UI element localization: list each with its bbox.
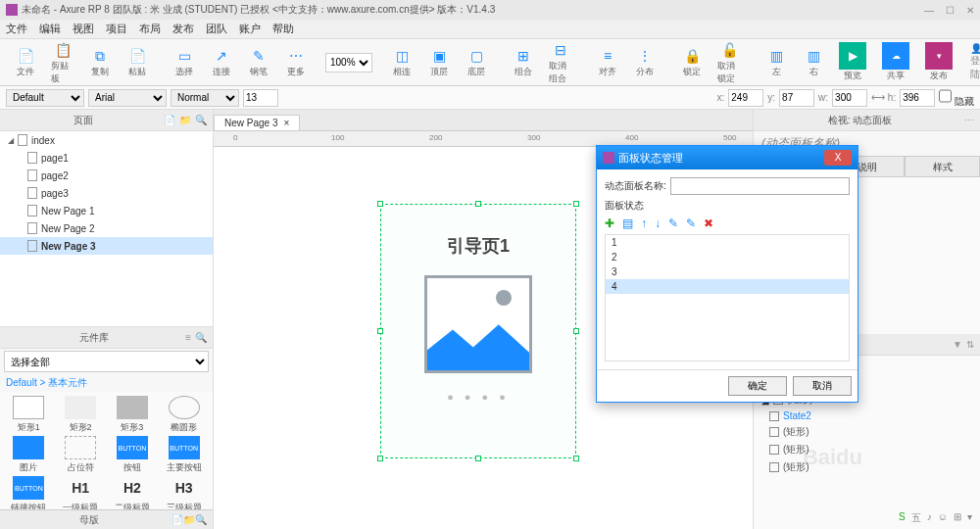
widget-椭圆形[interactable]: 椭圆形 <box>159 396 209 434</box>
tool-left[interactable]: ▥左 <box>759 44 794 80</box>
inspector-menu-icon[interactable]: ⋯ <box>964 115 974 125</box>
tool-lock[interactable]: 🔒锁定 <box>674 44 710 80</box>
maximize-icon[interactable]: ☐ <box>946 5 955 16</box>
delete-state-icon[interactable]: ✖ <box>704 216 713 230</box>
lib-breadcrumb[interactable]: Default > 基本元件 <box>0 374 213 392</box>
share-button[interactable]: ☁共享 <box>876 40 915 84</box>
x-input[interactable] <box>728 89 763 107</box>
add-state-icon[interactable]: ✚ <box>605 216 614 230</box>
tool-connect[interactable]: ↗连接 <box>204 44 239 80</box>
menu-file[interactable]: 文件 <box>6 22 27 36</box>
widget-链接按钮[interactable]: BUTTON链接按钮 <box>4 476 54 509</box>
canvas-tab[interactable]: New Page 3× <box>214 115 300 130</box>
edit2-state-icon[interactable]: ✎ <box>686 216 696 230</box>
login-link[interactable]: 👤 登陆 <box>970 43 980 81</box>
lib-menu-icon[interactable]: ≡ <box>185 332 191 343</box>
minimize-icon[interactable]: — <box>924 5 934 16</box>
tool-group[interactable]: ⊞组合 <box>506 44 541 80</box>
add-page-icon[interactable]: 📄 <box>164 115 175 125</box>
dynamic-panel-selection[interactable]: 引导页1 ● ● ● ● <box>380 204 576 458</box>
tree-item[interactable]: page1 <box>0 149 213 167</box>
filter-icon[interactable]: ▼ <box>953 339 962 350</box>
resize-handle[interactable] <box>377 456 383 461</box>
resize-handle[interactable] <box>573 201 579 207</box>
w-input[interactable] <box>832 89 867 107</box>
tab-style[interactable]: 样式 <box>905 156 980 177</box>
menu-project[interactable]: 项目 <box>106 22 127 36</box>
outline-row[interactable]: (矩形) <box>754 458 980 476</box>
tool-top[interactable]: ▣顶层 <box>421 44 457 80</box>
search-icon[interactable]: 🔍 <box>195 115 207 125</box>
widget-二级标题[interactable]: H2二级标题 <box>108 476 158 509</box>
widget-矩形2[interactable]: 矩形2 <box>56 396 106 434</box>
publish-button[interactable]: ▾发布 <box>919 40 958 84</box>
menu-account[interactable]: 账户 <box>239 22 261 36</box>
movedown-state-icon[interactable]: ↓ <box>655 216 661 230</box>
tool-pen[interactable]: ✎钢笔 <box>241 44 276 80</box>
add-folder-icon[interactable]: 📁 <box>179 115 191 125</box>
tool-distribute[interactable]: ⋮分布 <box>627 44 662 80</box>
menu-team[interactable]: 团队 <box>206 22 227 36</box>
zoom-select[interactable]: 100% <box>325 53 372 72</box>
state-row[interactable]: 1 <box>606 235 849 250</box>
tool-paste[interactable]: 📄粘贴 <box>120 44 155 80</box>
master-search-icon[interactable]: 🔍 <box>195 514 207 525</box>
fontsize-input[interactable] <box>243 89 278 107</box>
tool-bottom[interactable]: ▢底层 <box>459 44 494 80</box>
resize-handle[interactable] <box>475 201 481 207</box>
resize-handle[interactable] <box>377 328 383 334</box>
menu-edit[interactable]: 编辑 <box>39 22 61 36</box>
tool-align[interactable]: ≡对齐 <box>590 44 625 80</box>
panel-name-input[interactable] <box>670 177 850 195</box>
resize-handle[interactable] <box>377 201 383 207</box>
widget-矩形3[interactable]: 矩形3 <box>108 396 158 434</box>
outline-row[interactable]: (矩形) <box>754 441 980 458</box>
master-add-icon[interactable]: 📄 <box>172 514 183 525</box>
widget-矩形1[interactable]: 矩形1 <box>4 396 54 434</box>
outline-row[interactable]: State2 <box>754 409 980 423</box>
state-row[interactable]: 2 <box>606 250 849 264</box>
close-icon[interactable]: ✕ <box>966 5 974 16</box>
dialog-close-button[interactable]: X <box>824 150 852 166</box>
tool-select[interactable]: ▭选择 <box>167 44 202 80</box>
sort-icon[interactable]: ⇅ <box>966 339 974 350</box>
resize-handle[interactable] <box>573 328 579 334</box>
preview-button[interactable]: ▶预览 <box>833 40 872 84</box>
tool-clipboard[interactable]: 📋剪贴板 <box>45 38 80 87</box>
tree-item-selected[interactable]: New Page 3 <box>0 237 213 255</box>
moveup-state-icon[interactable]: ↑ <box>641 216 647 230</box>
style-select[interactable]: Default <box>6 89 84 107</box>
tree-item[interactable]: New Page 2 <box>0 219 213 237</box>
resize-handle[interactable] <box>475 456 481 461</box>
lib-search-icon[interactable]: 🔍 <box>195 332 207 343</box>
widget-占位符[interactable]: 占位符 <box>56 436 106 474</box>
hide-checkbox[interactable]: 隐藏 <box>939 87 974 109</box>
widget-一级标题[interactable]: H1一级标题 <box>56 476 106 509</box>
widget-图片[interactable]: 图片 <box>4 436 54 474</box>
outline-row[interactable]: (矩形) <box>754 423 980 441</box>
weight-select[interactable]: Normal <box>171 89 239 107</box>
close-tab-icon[interactable]: × <box>283 118 289 128</box>
tool-ungroup[interactable]: ⊟取消组合 <box>543 38 578 87</box>
state-row[interactable]: 4 <box>606 279 849 294</box>
tool-right[interactable]: ▥右 <box>796 44 831 80</box>
state-row[interactable]: 3 <box>606 264 849 279</box>
ok-button[interactable]: 确定 <box>728 376 787 396</box>
master-folder-icon[interactable]: 📁 <box>183 514 195 525</box>
lib-selectall[interactable]: 选择全部 <box>4 351 209 372</box>
widget-三级标题[interactable]: H3三级标题 <box>159 476 209 509</box>
tool-unlock[interactable]: 🔓取消锁定 <box>711 38 747 87</box>
widget-按钮[interactable]: BUTTON按钮 <box>108 436 158 474</box>
h-input[interactable] <box>900 89 935 107</box>
tool-file[interactable]: 📄文件 <box>8 44 43 80</box>
dialog-titlebar[interactable]: 面板状态管理 X <box>597 146 858 169</box>
tree-root[interactable]: ◢index <box>0 131 213 149</box>
tool-more[interactable]: ⋯更多 <box>278 44 314 80</box>
menu-publish[interactable]: 发布 <box>172 22 194 36</box>
tree-item[interactable]: New Page 1 <box>0 202 213 219</box>
tool-adjacent[interactable]: ◫相连 <box>384 44 419 80</box>
menu-help[interactable]: 帮助 <box>272 22 294 36</box>
resize-handle[interactable] <box>573 456 579 461</box>
tree-item[interactable]: page3 <box>0 184 213 202</box>
widget-主要按钮[interactable]: BUTTON主要按钮 <box>159 436 209 474</box>
